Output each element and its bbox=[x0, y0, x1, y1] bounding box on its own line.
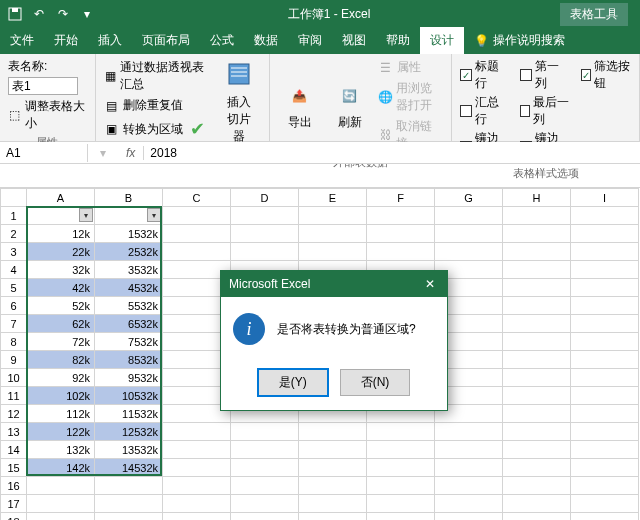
col-header-C[interactable]: C bbox=[163, 189, 231, 207]
empty-cell[interactable] bbox=[163, 225, 231, 243]
empty-cell[interactable] bbox=[367, 207, 435, 225]
row-header-2[interactable]: 2 bbox=[1, 225, 27, 243]
redo-icon[interactable]: ↷ bbox=[52, 3, 74, 25]
empty-cell[interactable] bbox=[231, 423, 299, 441]
empty-cell[interactable] bbox=[231, 225, 299, 243]
empty-cell[interactable] bbox=[27, 495, 95, 513]
empty-cell[interactable] bbox=[27, 477, 95, 495]
empty-cell[interactable] bbox=[367, 459, 435, 477]
empty-cell[interactable] bbox=[95, 477, 163, 495]
empty-cell[interactable] bbox=[435, 207, 503, 225]
empty-cell[interactable] bbox=[571, 261, 639, 279]
empty-cell[interactable] bbox=[503, 315, 571, 333]
data-cell[interactable]: 8532k bbox=[95, 351, 163, 369]
empty-cell[interactable] bbox=[503, 441, 571, 459]
export-button[interactable]: 📤导出 bbox=[278, 58, 322, 153]
no-button[interactable]: 否(N) bbox=[340, 369, 411, 396]
empty-cell[interactable] bbox=[503, 405, 571, 423]
tab-data[interactable]: 数据 bbox=[244, 27, 288, 54]
data-cell[interactable]: 102k bbox=[27, 387, 95, 405]
empty-cell[interactable] bbox=[231, 513, 299, 521]
col-header-D[interactable]: D bbox=[231, 189, 299, 207]
row-header-9[interactable]: 9 bbox=[1, 351, 27, 369]
refresh-button[interactable]: 🔄刷新 bbox=[328, 58, 372, 153]
data-cell[interactable]: 14532k bbox=[95, 459, 163, 477]
row-header-1[interactable]: 1 bbox=[1, 207, 27, 225]
empty-cell[interactable] bbox=[299, 225, 367, 243]
filter-icon[interactable]: ▾ bbox=[147, 208, 161, 222]
tab-design[interactable]: 设计 bbox=[420, 27, 464, 54]
dialog-titlebar[interactable]: Microsoft Excel ✕ bbox=[221, 271, 447, 297]
tell-me[interactable]: 💡操作说明搜索 bbox=[464, 27, 575, 54]
empty-cell[interactable] bbox=[435, 477, 503, 495]
col-header-H[interactable]: H bbox=[503, 189, 571, 207]
empty-cell[interactable] bbox=[95, 495, 163, 513]
empty-cell[interactable] bbox=[299, 243, 367, 261]
empty-cell[interactable] bbox=[163, 477, 231, 495]
data-cell[interactable]: 11532k bbox=[95, 405, 163, 423]
empty-cell[interactable] bbox=[571, 243, 639, 261]
empty-cell[interactable] bbox=[435, 513, 503, 521]
empty-cell[interactable] bbox=[503, 333, 571, 351]
slicer-button[interactable]: 插入 切片器 bbox=[217, 58, 261, 147]
data-cell[interactable]: 2532k bbox=[95, 243, 163, 261]
data-cell[interactable]: 132k bbox=[27, 441, 95, 459]
check-first-col[interactable]: 第一列 bbox=[520, 58, 570, 92]
save-icon[interactable] bbox=[4, 3, 26, 25]
empty-cell[interactable] bbox=[435, 441, 503, 459]
empty-cell[interactable] bbox=[299, 441, 367, 459]
col-header-A[interactable]: A bbox=[27, 189, 95, 207]
empty-cell[interactable] bbox=[367, 513, 435, 521]
row-header-14[interactable]: 14 bbox=[1, 441, 27, 459]
table-header-cell[interactable]: 2019▾ bbox=[95, 207, 163, 225]
empty-cell[interactable] bbox=[571, 369, 639, 387]
empty-cell[interactable] bbox=[503, 243, 571, 261]
empty-cell[interactable] bbox=[231, 243, 299, 261]
empty-cell[interactable] bbox=[571, 351, 639, 369]
empty-cell[interactable] bbox=[299, 423, 367, 441]
empty-cell[interactable] bbox=[571, 423, 639, 441]
empty-cell[interactable] bbox=[503, 387, 571, 405]
data-cell[interactable]: 72k bbox=[27, 333, 95, 351]
col-header-F[interactable]: F bbox=[367, 189, 435, 207]
row-header-18[interactable]: 18 bbox=[1, 513, 27, 521]
empty-cell[interactable] bbox=[231, 495, 299, 513]
tab-help[interactable]: 帮助 bbox=[376, 27, 420, 54]
empty-cell[interactable] bbox=[503, 459, 571, 477]
tab-review[interactable]: 审阅 bbox=[288, 27, 332, 54]
data-cell[interactable]: 5532k bbox=[95, 297, 163, 315]
data-cell[interactable]: 22k bbox=[27, 243, 95, 261]
filter-icon[interactable]: ▾ bbox=[79, 208, 93, 222]
empty-cell[interactable] bbox=[571, 513, 639, 521]
empty-cell[interactable] bbox=[571, 495, 639, 513]
name-box[interactable]: A1 bbox=[0, 144, 88, 162]
row-header-5[interactable]: 5 bbox=[1, 279, 27, 297]
yes-button[interactable]: 是(Y) bbox=[258, 369, 328, 396]
row-header-13[interactable]: 13 bbox=[1, 423, 27, 441]
empty-cell[interactable] bbox=[163, 423, 231, 441]
qat-dropdown-icon[interactable]: ▾ bbox=[76, 3, 98, 25]
empty-cell[interactable] bbox=[571, 297, 639, 315]
empty-cell[interactable] bbox=[503, 351, 571, 369]
empty-cell[interactable] bbox=[571, 225, 639, 243]
empty-cell[interactable] bbox=[163, 207, 231, 225]
data-cell[interactable]: 12532k bbox=[95, 423, 163, 441]
empty-cell[interactable] bbox=[299, 495, 367, 513]
row-header-7[interactable]: 7 bbox=[1, 315, 27, 333]
empty-cell[interactable] bbox=[367, 423, 435, 441]
row-header-12[interactable]: 12 bbox=[1, 405, 27, 423]
table-header-cell[interactable]: 2018▾ bbox=[27, 207, 95, 225]
col-header-G[interactable]: G bbox=[435, 189, 503, 207]
row-header-8[interactable]: 8 bbox=[1, 333, 27, 351]
tab-insert[interactable]: 插入 bbox=[88, 27, 132, 54]
data-cell[interactable]: 9532k bbox=[95, 369, 163, 387]
empty-cell[interactable] bbox=[571, 279, 639, 297]
check-filter-btn[interactable]: 筛选按钮 bbox=[581, 58, 631, 92]
data-cell[interactable]: 92k bbox=[27, 369, 95, 387]
row-header-10[interactable]: 10 bbox=[1, 369, 27, 387]
tab-file[interactable]: 文件 bbox=[0, 27, 44, 54]
empty-cell[interactable] bbox=[571, 387, 639, 405]
undo-icon[interactable]: ↶ bbox=[28, 3, 50, 25]
empty-cell[interactable] bbox=[503, 477, 571, 495]
data-cell[interactable]: 7532k bbox=[95, 333, 163, 351]
